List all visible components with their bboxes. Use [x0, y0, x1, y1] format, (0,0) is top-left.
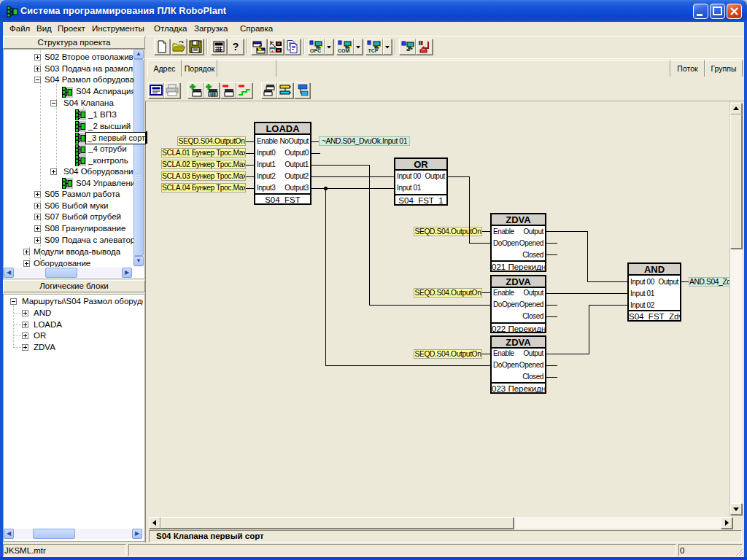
svg-text:OPC: OPC	[310, 48, 321, 53]
svg-text:COM: COM	[338, 48, 350, 53]
svg-text:TCP: TCP	[368, 48, 379, 53]
svg-text:=: =	[406, 47, 410, 54]
